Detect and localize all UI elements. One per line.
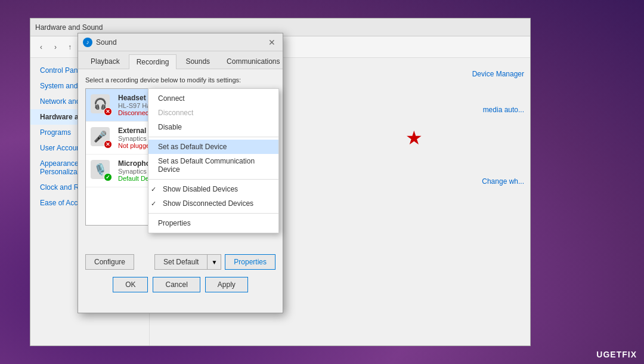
check-show-disconnected: ✓ (151, 200, 156, 208)
menu-item-disconnect[interactable]: Disconnect (148, 106, 278, 120)
menu-item-set-default-comm[interactable]: Set as Default Communication Device (148, 154, 278, 177)
tab-sounds[interactable]: Sounds (178, 54, 218, 69)
cp-title: Hardware and Sound (35, 23, 103, 32)
side-link-media[interactable]: media auto... (483, 106, 524, 114)
menu-divider-3 (148, 213, 278, 214)
set-default-button[interactable]: Set Default (154, 254, 207, 270)
ok-button[interactable]: OK (113, 277, 148, 292)
headset-icon-wrap: 🎧 ✕ (91, 94, 112, 116)
dialog-title: Sound (96, 38, 117, 47)
dialog-titlebar: ♪ Sound ✕ (78, 33, 283, 51)
properties-button[interactable]: Properties (225, 254, 275, 270)
tab-communications[interactable]: Communications (219, 54, 287, 69)
sound-icon: ♪ (83, 38, 92, 47)
tab-recording[interactable]: Recording (129, 54, 177, 69)
menu-item-show-disconnected[interactable]: ✓ Show Disconnected Devices (148, 196, 278, 211)
context-menu: Connect Disconnect Disable Set as Defaul… (148, 88, 279, 233)
device-manager-link[interactable]: Device Manager (472, 70, 524, 78)
cancel-button[interactable]: Cancel (153, 277, 200, 292)
watermark: UGETFIX (596, 350, 637, 359)
dialog-close-button[interactable]: ✕ (266, 36, 278, 48)
menu-item-disable[interactable]: Disable (148, 120, 278, 134)
menu-item-set-default[interactable]: Set as Default Device (148, 140, 278, 154)
ext-mic-status-badge: ✕ (104, 140, 112, 149)
check-show-disabled: ✓ (151, 186, 156, 193)
side-link-devices[interactable]: Change wh... (482, 177, 524, 186)
menu-item-properties[interactable]: Properties (148, 216, 278, 230)
menu-divider-1 (148, 137, 278, 137)
dialog-bottom-buttons: Configure Set Default ▼ Properties (85, 254, 275, 270)
nav-forward[interactable]: › (49, 41, 61, 53)
apply-button[interactable]: Apply (205, 277, 248, 292)
dialog-instructions: Select a recording device below to modif… (85, 76, 275, 84)
menu-item-show-disabled[interactable]: ✓ Show Disabled Devices (148, 182, 278, 196)
mic-array-icon-wrap: 🎙️ ✓ (91, 160, 112, 181)
dialog-ok-row: OK Cancel Apply (85, 277, 275, 292)
set-default-arrow[interactable]: ▼ (207, 254, 221, 270)
dialog-tabs: Playback Recording Sounds Communications (78, 51, 283, 69)
nav-back[interactable]: ‹ (35, 41, 47, 53)
nav-up[interactable]: ↑ (64, 41, 76, 53)
dialog-title-left: ♪ Sound (83, 38, 117, 47)
menu-divider-2 (148, 179, 278, 180)
menu-item-connect[interactable]: Connect (148, 91, 278, 106)
headset-status-badge: ✕ (104, 107, 112, 116)
configure-button[interactable]: Configure (85, 254, 134, 270)
mic-array-status-badge: ✓ (104, 173, 112, 181)
tab-playback[interactable]: Playback (83, 54, 128, 69)
set-default-split: Set Default ▼ (154, 254, 221, 270)
ext-mic-icon-wrap: 🎤 ✕ (91, 127, 112, 149)
